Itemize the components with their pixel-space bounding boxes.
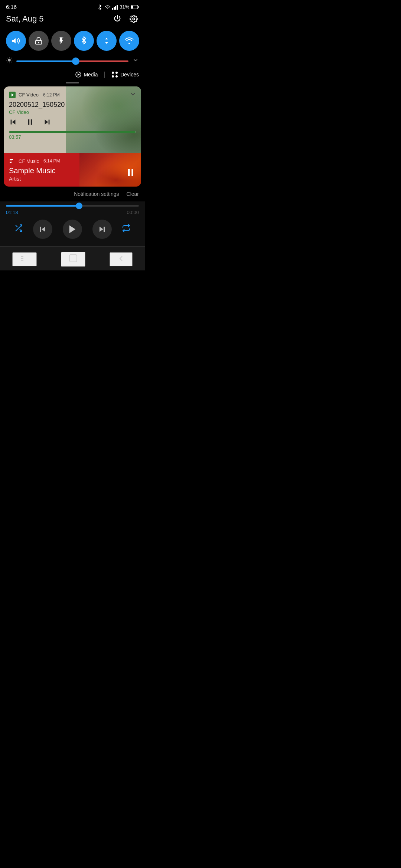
svg-point-9 — [38, 42, 39, 43]
notif-video-content: CF Video 6:12 PM 20200512_150520 CF Vide… — [4, 86, 141, 144]
qs-toggles[interactable] — [0, 28, 145, 54]
svg-rect-46 — [104, 227, 105, 232]
svg-point-13 — [128, 43, 130, 44]
video-progress-fill — [9, 131, 136, 133]
qs-header: Sat, Aug 5 — [0, 11, 145, 28]
devices-button[interactable]: Devices — [111, 71, 139, 78]
music-title: Sample Music — [9, 167, 136, 175]
svg-marker-31 — [12, 120, 15, 125]
player-play-button[interactable] — [63, 220, 82, 239]
media-button[interactable]: Media — [75, 72, 98, 78]
notif-video-card[interactable]: CF Video 6:12 PM 20200512_150520 CF Vide… — [4, 86, 141, 153]
devices-icon — [111, 71, 118, 78]
video-controls[interactable] — [9, 118, 136, 128]
player-progress-fill — [6, 205, 79, 207]
player-controls[interactable] — [6, 220, 139, 239]
notif-video-header: CF Video 6:12 PM — [9, 91, 136, 99]
svg-marker-42 — [42, 227, 45, 232]
music-artist: Artist — [9, 176, 136, 182]
brightness-icon — [6, 57, 13, 65]
player-prev-button[interactable] — [33, 220, 52, 239]
cf-video-app-icon — [9, 92, 16, 98]
toggle-wifi[interactable] — [119, 31, 139, 51]
svg-rect-6 — [131, 6, 133, 9]
toggle-screenlock[interactable] — [29, 31, 49, 51]
toggle-bluetooth[interactable] — [74, 31, 94, 51]
battery-icon — [131, 5, 139, 9]
battery-percent: 31% — [120, 4, 129, 10]
cf-music-app-icon — [9, 158, 16, 164]
svg-marker-24 — [78, 73, 80, 76]
qs-header-icons[interactable] — [112, 14, 139, 24]
svg-line-20 — [11, 62, 12, 62]
video-app-name: CF Video — [19, 92, 39, 98]
svg-rect-1 — [114, 7, 115, 10]
brightness-chevron-icon[interactable] — [132, 57, 139, 65]
svg-point-28 — [115, 75, 118, 78]
video-pause-button[interactable] — [26, 118, 34, 128]
media-label: Media — [84, 72, 98, 78]
player-next-button[interactable] — [92, 220, 112, 239]
drag-handle — [66, 82, 79, 83]
brightness-thumb[interactable] — [72, 57, 79, 65]
player-shuffle-button[interactable] — [14, 224, 23, 235]
brightness-control[interactable] — [0, 54, 145, 68]
svg-rect-34 — [31, 119, 32, 125]
svg-line-21 — [11, 58, 12, 58]
wifi-status-icon — [104, 4, 111, 10]
svg-rect-33 — [28, 119, 30, 125]
music-pause-button[interactable] — [125, 167, 136, 180]
svg-rect-40 — [128, 169, 130, 176]
power-button[interactable] — [112, 14, 123, 24]
toggle-flashlight[interactable] — [51, 31, 71, 51]
recents-button[interactable] — [12, 252, 37, 266]
brightness-slider[interactable] — [16, 60, 128, 62]
svg-line-22 — [7, 62, 7, 62]
svg-rect-50 — [69, 254, 77, 262]
svg-marker-45 — [100, 227, 103, 232]
video-notif-time: 6:12 PM — [43, 92, 60, 98]
clear-notifications-button[interactable]: Clear — [127, 191, 139, 197]
notification-area: CF Video 6:12 PM 20200512_150520 CF Vide… — [0, 86, 145, 187]
player-repeat-button[interactable] — [122, 224, 131, 235]
bluetooth-status-icon — [97, 4, 102, 10]
notif-music-header: CF Music 6:14 PM — [9, 158, 136, 164]
video-progress-bar[interactable] — [9, 131, 136, 133]
svg-rect-3 — [117, 5, 118, 10]
back-button[interactable] — [110, 252, 133, 266]
status-bar: 6:16 31% — [0, 0, 145, 11]
video-notif-subtitle: CF Video — [9, 109, 136, 115]
media-play-icon — [75, 72, 81, 78]
notification-settings-button[interactable]: Notification settings — [74, 191, 119, 197]
svg-rect-2 — [115, 6, 116, 10]
video-duration: 03:57 — [9, 134, 136, 140]
svg-point-26 — [115, 72, 118, 74]
settings-button[interactable] — [128, 14, 139, 24]
nav-bar[interactable] — [0, 246, 145, 270]
media-devices-row: Media | Devices — [0, 68, 145, 82]
svg-rect-41 — [131, 169, 133, 176]
svg-rect-5 — [138, 6, 139, 8]
notif-music-card[interactable]: CF Music 6:14 PM Sample Music Artist — [4, 153, 141, 187]
player-total-time: 00:00 — [127, 210, 139, 215]
video-expand-icon[interactable] — [130, 91, 136, 99]
notif-actions[interactable]: Notification settings Clear — [0, 187, 145, 201]
toggle-data[interactable] — [97, 31, 117, 51]
svg-marker-35 — [45, 120, 48, 125]
svg-marker-44 — [69, 226, 75, 233]
svg-rect-32 — [11, 120, 12, 125]
player-progress-bar[interactable] — [6, 205, 139, 207]
media-devices-separator: | — [104, 70, 106, 78]
player-progress-thumb[interactable] — [76, 203, 82, 209]
notif-music-content: CF Music 6:14 PM Sample Music Artist — [4, 153, 141, 186]
video-prev-button[interactable] — [9, 118, 17, 128]
toggle-sound[interactable] — [6, 31, 26, 51]
status-icons: 31% — [97, 4, 139, 10]
svg-rect-43 — [40, 227, 41, 232]
svg-point-14 — [8, 59, 11, 62]
home-button[interactable] — [61, 252, 85, 267]
video-notif-title: 20200512_150520 — [9, 101, 136, 109]
video-next-button[interactable] — [43, 118, 51, 128]
svg-point-27 — [112, 75, 114, 78]
music-app-name: CF Music — [19, 158, 39, 164]
